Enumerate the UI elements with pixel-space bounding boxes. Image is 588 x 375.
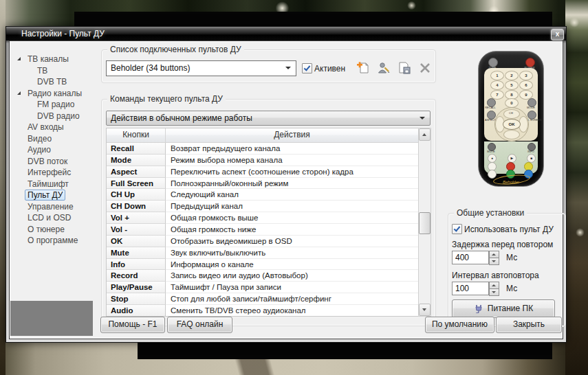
- use-remote-checkbox[interactable]: [452, 224, 462, 234]
- scroll-down-button[interactable]: [419, 304, 431, 316]
- sidebar-item-label: DVB радио: [34, 111, 83, 122]
- table-row-14[interactable]: AudioСменить ТВ/DVB стерео аудиоканал: [107, 305, 418, 317]
- sidebar-item-8[interactable]: Аудио: [25, 144, 54, 155]
- table-row-10[interactable]: InfoИнформация о канале: [107, 259, 418, 271]
- sidebar-item-10[interactable]: Интерфейс: [25, 167, 74, 178]
- active-checkbox-label: Активен: [314, 64, 345, 73]
- table-row-11[interactable]: RecordЗапись видео или аудио (Автовыбор): [107, 270, 418, 282]
- sidebar-item-label: Аудио: [25, 144, 54, 155]
- commands-group-label: Команды текущего пульта ДУ: [107, 94, 226, 104]
- triangle-up-icon: [492, 253, 496, 255]
- column-header-buttons[interactable]: Кнопки: [107, 128, 166, 142]
- table-row-12[interactable]: Play/PauseТаймшифт / Пауза при записи: [107, 282, 418, 293]
- table-row-13[interactable]: StopСтоп для любой записи/таймшифт/серфи…: [107, 293, 418, 305]
- close-dialog-button[interactable]: Закрыть: [496, 317, 562, 333]
- wallpaper-right: [565, 0, 588, 375]
- table-row-0[interactable]: RecallВозврат предыдущего канала: [107, 143, 418, 155]
- button-cell: Stop: [107, 293, 166, 305]
- column-header-actions[interactable]: Действия: [166, 128, 418, 142]
- table-row-9[interactable]: MuteЗвук включить/выключить: [107, 247, 418, 259]
- repeat-interval-input[interactable]: [452, 282, 489, 295]
- sidebar-item-14[interactable]: LCD и OSD: [25, 212, 74, 223]
- new-remote-button[interactable]: [356, 60, 371, 76]
- close-button[interactable]: x: [551, 29, 564, 41]
- chevron-down-icon: [285, 67, 291, 69]
- table-row-8[interactable]: OKОтобразить видеомикшер в OSD: [107, 236, 418, 247]
- triangle-down-icon: [492, 260, 496, 262]
- scroll-thumb[interactable]: [419, 212, 431, 234]
- table-row-3[interactable]: Full ScreenПолноэкранный/оконный режим: [107, 178, 418, 190]
- sidebar-item-2[interactable]: DVB ТВ: [34, 76, 69, 87]
- remote-digit-0: 0: [505, 98, 519, 108]
- help-button[interactable]: Помощь - F1: [100, 317, 165, 333]
- stepper-down-button[interactable]: [489, 288, 499, 296]
- titlebar[interactable]: Настройки - Пульт ДУ x: [6, 27, 566, 41]
- sidebar-tree: ТВ каналыТВDVB ТВРадио каналыFM радиоDVB…: [17, 54, 102, 260]
- stepper-down-button[interactable]: [489, 258, 499, 265]
- table-row-6[interactable]: Vol +Общая громкость выше: [107, 212, 418, 224]
- sidebar-item-16[interactable]: О программе: [25, 235, 80, 246]
- repeat-interval-stepper[interactable]: [489, 282, 499, 295]
- expand-triangle-icon[interactable]: [17, 91, 21, 95]
- sidebar-footer-panel: [10, 301, 93, 336]
- button-cell: Mode: [107, 155, 166, 166]
- settings-window: Настройки - Пульт ДУ x ТВ каналыТВDVB ТВ…: [6, 26, 567, 343]
- desktop: Настройки - Пульт ДУ x ТВ каналыТВDVB ТВ…: [0, 0, 588, 375]
- remote-select-value: Beholder (34 buttons): [111, 63, 190, 73]
- repeat-delay-input[interactable]: [452, 251, 489, 264]
- action-cell: Запись видео или аудио (Автовыбор): [166, 270, 418, 282]
- expand-triangle-icon[interactable]: [17, 57, 21, 60]
- pc-power-button[interactable]: Питание ПК: [452, 299, 555, 318]
- action-cell: Предыдущий канал: [166, 201, 418, 212]
- sidebar-item-15[interactable]: О тюнере: [25, 224, 67, 235]
- remote-ok-button: OK: [503, 119, 521, 130]
- sidebar-item-7[interactable]: Видео: [25, 133, 54, 144]
- sidebar-item-4[interactable]: FM радио: [34, 99, 77, 110]
- button-cell: OK: [107, 236, 166, 247]
- sidebar-item-label: О программе: [25, 235, 80, 246]
- command-mode-value: Действия в обычном режиме работы: [111, 113, 252, 123]
- remote-list-group-label: Список подключенных пультов ДУ: [107, 45, 244, 54]
- action-cell: Таймшифт / Пауза при записи: [166, 282, 418, 293]
- sidebar-item-label: Радио каналы: [25, 88, 85, 99]
- commands-table: Кнопки Действия RecallВозврат предыдущег…: [106, 128, 419, 317]
- remote-control-image: TUNE POWER 1234567890 RECALL MODE ASPECT…: [478, 51, 544, 187]
- table-scrollbar[interactable]: [418, 128, 431, 317]
- sidebar-item-13[interactable]: Управление: [25, 201, 76, 212]
- remote-select[interactable]: Beholder (34 buttons): [106, 60, 296, 76]
- sidebar-item-11[interactable]: Таймшифт: [25, 179, 72, 190]
- pc-power-button-label: Питание ПК: [488, 304, 533, 313]
- sidebar-item-6[interactable]: AV входы: [25, 122, 67, 133]
- action-cell: Режим выбора номера канала: [166, 155, 418, 166]
- button-cell: Record: [107, 270, 166, 282]
- sidebar-item-label: Пульт ДУ: [25, 190, 65, 201]
- remote-play-pause-button: ▶: [508, 154, 516, 163]
- commands-table-header[interactable]: Кнопки Действия: [107, 128, 418, 143]
- active-checkbox[interactable]: [302, 63, 312, 73]
- edit-remote-button[interactable]: [376, 60, 391, 76]
- remote-info-label: INFO: [523, 150, 539, 153]
- sidebar-item-3[interactable]: Радио каналы: [25, 88, 85, 99]
- table-row-5[interactable]: CH DownПредыдущий канал: [107, 201, 418, 212]
- command-mode-select[interactable]: Действия в обычном режиме работы: [106, 111, 431, 126]
- sidebar-item-1[interactable]: ТВ: [34, 65, 50, 76]
- delete-remote-button[interactable]: [417, 60, 433, 76]
- table-row-2[interactable]: AspectПереключить аспект (соотношение ст…: [107, 166, 418, 178]
- table-row-1[interactable]: ModeРежим выбора номера канала: [107, 155, 418, 166]
- sidebar-item-12[interactable]: Пульт ДУ: [25, 190, 65, 201]
- sidebar-item-label: Управление: [25, 201, 76, 212]
- sidebar-item-0[interactable]: ТВ каналы: [25, 54, 72, 65]
- user-edit-icon: [376, 60, 391, 76]
- table-row-4[interactable]: CH UpСледующий канал: [107, 189, 418, 201]
- sidebar-item-label: FM радио: [34, 99, 77, 110]
- faq-online-button[interactable]: FAQ онлайн: [167, 317, 232, 333]
- action-cell: Следующий канал: [166, 189, 418, 201]
- defaults-button[interactable]: По умолчанию: [425, 317, 494, 333]
- scroll-up-button[interactable]: [419, 128, 431, 141]
- sidebar-item-9[interactable]: DVB поток: [25, 156, 70, 167]
- save-remote-button[interactable]: [397, 60, 412, 76]
- table-row-7[interactable]: Vol -Общая громкость ниже: [107, 224, 418, 236]
- triangle-down-icon: [492, 291, 496, 293]
- sidebar-item-5[interactable]: DVB радио: [34, 111, 83, 122]
- repeat-delay-stepper[interactable]: [489, 251, 499, 264]
